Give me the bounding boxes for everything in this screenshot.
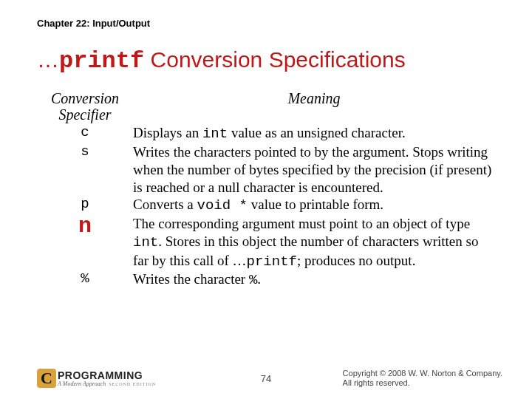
text-inline: Converts a	[133, 197, 197, 212]
title-mono: printf	[59, 47, 144, 75]
header-spec-cell: Conversion Specifier	[37, 90, 133, 124]
conversion-specifier: p	[81, 196, 89, 212]
meaning-cell: Writes the character %.	[133, 270, 502, 290]
footer: C PROGRAMMING A Modern Approach SECOND E…	[0, 369, 532, 389]
meaning-cell: Displays an int value as an unsigned cha…	[133, 124, 502, 143]
conversion-specifier: c	[81, 124, 89, 140]
logo-edition: SECOND EDITION	[109, 382, 156, 386]
code-inline: void *	[197, 197, 248, 214]
slide: Chapter 22: Input/Output …printf Convers…	[0, 0, 532, 399]
meaning-cell: Converts a void * value to printable for…	[133, 196, 502, 215]
text-inline: The corresponding argument must point to…	[133, 216, 470, 231]
code-inline: %	[249, 272, 257, 288]
logo-subtitle: A Modern Approach	[58, 381, 106, 387]
copyright-line-2: All rights reserved.	[343, 378, 502, 389]
copyright: Copyright © 2008 W. W. Norton & Company.…	[343, 369, 502, 389]
conversion-specifier: s	[81, 143, 89, 160]
text-inline: value as an unsigned character.	[228, 125, 406, 140]
table-row: %Writes the character %.	[37, 270, 502, 290]
code-inline: int	[133, 234, 158, 250]
book-logo: C PROGRAMMING A Modern Approach SECOND E…	[37, 369, 156, 388]
table-body: cDisplays an int value as an unsigned ch…	[37, 124, 502, 290]
header-meaning: Meaning	[287, 90, 340, 106]
title-rest: Conversion Specifications	[144, 47, 406, 72]
spec-cell: p	[37, 196, 133, 212]
text-inline: value to printable form.	[248, 197, 383, 212]
code-inline: int	[202, 126, 228, 142]
conversion-specifier: %	[81, 270, 89, 287]
header-spec: Conversion Specifier	[37, 90, 133, 123]
text-inline: .	[257, 271, 261, 287]
text-inline: ; produces no output.	[297, 253, 415, 268]
conversion-specifier: n	[78, 214, 92, 239]
logo-programming: PROGRAMMING	[58, 370, 156, 381]
text-inline: Displays an	[133, 125, 202, 140]
meaning-cell: Writes the characters pointed to by the …	[133, 143, 502, 196]
spec-cell: c	[37, 124, 133, 140]
chapter-label: Chapter 22: Input/Output	[37, 18, 502, 29]
meaning-cell: The corresponding argument must point to…	[133, 215, 502, 270]
text-inline: Writes the characters pointed to by the …	[133, 144, 491, 195]
table-header-row: Conversion Specifier Meaning	[37, 90, 502, 124]
page-number: 74	[261, 373, 271, 384]
spec-cell: s	[37, 143, 133, 160]
table-row: pConverts a void * value to printable fo…	[37, 196, 502, 215]
table-row: cDisplays an int value as an unsigned ch…	[37, 124, 502, 143]
conversion-table: Conversion Specifier Meaning cDisplays a…	[37, 90, 502, 290]
logo-text: PROGRAMMING A Modern Approach SECOND EDI…	[58, 370, 156, 387]
code-inline: printf	[247, 253, 297, 270]
table-row: sWrites the characters pointed to by the…	[37, 143, 502, 196]
spec-cell: %	[37, 270, 133, 287]
table-row: nThe corresponding argument must point t…	[37, 215, 502, 270]
copyright-line-1: Copyright © 2008 W. W. Norton & Company.	[343, 369, 502, 379]
spec-cell: n	[37, 215, 133, 237]
title-prefix: …	[37, 47, 59, 72]
logo-c-badge: C	[37, 369, 56, 388]
header-mean-cell: Meaning	[133, 90, 502, 106]
text-inline: Writes the character	[133, 271, 249, 287]
slide-title: …printf Conversion Specifications	[37, 47, 502, 75]
